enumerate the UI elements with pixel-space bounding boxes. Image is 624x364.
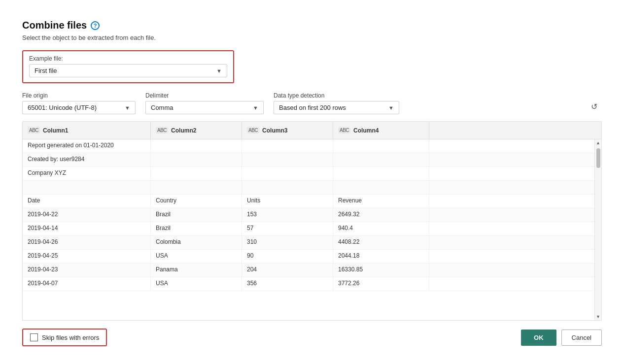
table-cell [242, 153, 333, 166]
table-cell [242, 181, 333, 194]
file-origin-arrow-icon: ▼ [125, 105, 130, 111]
datatype-label: Data type detection [274, 92, 399, 99]
scroll-thumb[interactable] [596, 148, 600, 168]
col2-name: Column2 [171, 127, 196, 134]
cancel-button[interactable]: Cancel [561, 330, 602, 346]
col1-name: Column1 [43, 127, 68, 134]
delimiter-group: Delimiter Comma ▼ [145, 92, 264, 114]
datatype-group: Data type detection Based on first 200 r… [274, 92, 399, 114]
skip-files-checkbox[interactable] [30, 333, 38, 341]
file-origin-group: File origin 65001: Unicode (UTF-8) ▼ [22, 92, 136, 114]
table-cell: 2019-04-25 [23, 250, 151, 263]
col-header-2: ABC Column2 [151, 122, 242, 139]
dialog-title: Combine files [22, 20, 87, 31]
table-cell: Brazil [151, 222, 242, 235]
scroll-up-button[interactable]: ▲ [595, 139, 602, 146]
scrollbar[interactable]: ▲ ▼ [594, 139, 601, 320]
table-cell: 3772.26 [333, 277, 429, 291]
table-row: 2019-04-07USA3563772.26 [23, 277, 601, 291]
ok-button[interactable]: OK [521, 330, 556, 346]
table-cell: Country [151, 195, 242, 208]
scroll-down-button[interactable]: ▼ [595, 313, 602, 320]
table-row: 2019-04-23Panama20416330.85 [23, 264, 601, 277]
file-origin-value: 65001: Unicode (UTF-8) [28, 104, 97, 111]
table-cell: 2019-04-07 [23, 277, 151, 291]
table-cell-empty [429, 277, 601, 291]
table-cell [333, 167, 429, 180]
table-cell: Company XYZ [23, 167, 151, 180]
delimiter-label: Delimiter [145, 92, 264, 99]
table-row: 2019-04-25USA902044.18 [23, 250, 601, 264]
table-cell-empty [429, 167, 601, 180]
col-header-empty [429, 122, 601, 139]
table-cell [151, 153, 242, 166]
skip-files-section: Skip files with errors [22, 329, 107, 346]
example-file-section: Example file: First file ▼ [22, 50, 234, 83]
table-row: DateCountryUnitsRevenue [23, 195, 601, 208]
col-header-1: ABC Column1 [23, 122, 151, 139]
table-row: Report generated on 01-01-2020 [23, 139, 601, 153]
delimiter-dropdown[interactable]: Comma ▼ [145, 101, 264, 114]
dialog-subtitle: Select the object to be extracted from e… [22, 34, 602, 41]
controls-row: File origin 65001: Unicode (UTF-8) ▼ Del… [22, 92, 602, 114]
col3-name: Column3 [262, 127, 287, 134]
file-origin-label: File origin [22, 92, 136, 99]
table-cell-empty [429, 208, 601, 222]
delimiter-arrow-icon: ▼ [253, 105, 258, 111]
table-cell-empty [429, 236, 601, 249]
col-header-4: ABC Column4 [333, 122, 429, 139]
table-cell: Panama [151, 264, 242, 277]
table-cell: 2044.18 [333, 250, 429, 263]
table-cell [151, 167, 242, 180]
table-cell: 90 [242, 250, 333, 263]
col3-type-icon: ABC [247, 127, 259, 133]
table-row: 2019-04-26Colombia3104408.22 [23, 236, 601, 250]
col1-type-icon: ABC [28, 127, 40, 133]
table-cell [333, 153, 429, 166]
table-cell: 2019-04-22 [23, 208, 151, 222]
table-cell: Created by: user9284 [23, 153, 151, 166]
table-cell-empty [429, 195, 601, 208]
datatype-arrow-icon: ▼ [388, 105, 394, 111]
table-body: Report generated on 01-01-2020Created by… [23, 139, 601, 320]
table-cell: 2019-04-23 [23, 264, 151, 277]
table-row: Created by: user9284 [23, 153, 601, 167]
table-header: ABC Column1 ABC Column2 ABC Column3 ABC … [23, 122, 601, 139]
table-row: 2019-04-22Brazil1532649.32 [23, 208, 601, 222]
table-cell: 204 [242, 264, 333, 277]
table-cell: 2019-04-14 [23, 222, 151, 235]
table-cell: 2019-04-26 [23, 236, 151, 249]
bottom-row: Skip files with errors OK Cancel [22, 329, 602, 346]
table-cell: 310 [242, 236, 333, 249]
col4-type-icon: ABC [338, 127, 350, 133]
table-cell [242, 139, 333, 153]
table-cell: 940.4 [333, 222, 429, 235]
table-cell [151, 181, 242, 194]
table-cell: 153 [242, 208, 333, 222]
table-cell: 4408.22 [333, 236, 429, 249]
buttons-row: OK Cancel [521, 330, 602, 346]
table-cell-empty [429, 139, 601, 153]
table-cell-empty [429, 264, 601, 277]
table-cell: Revenue [333, 195, 429, 208]
table-cell [151, 139, 242, 153]
title-row: Combine files ? [22, 20, 602, 31]
table-cell-empty [429, 153, 601, 166]
datatype-dropdown[interactable]: Based on first 200 rows ▼ [274, 101, 399, 114]
help-icon[interactable]: ? [91, 21, 100, 30]
table-row: 2019-04-14Brazil57940.4 [23, 222, 601, 236]
table-cell: 57 [242, 222, 333, 235]
table-cell: USA [151, 277, 242, 291]
table-row [23, 181, 601, 195]
example-file-label: Example file: [29, 55, 227, 62]
example-file-value: First file [35, 67, 57, 74]
refresh-button[interactable]: ↺ [586, 99, 602, 114]
table-cell: Colombia [151, 236, 242, 249]
file-origin-dropdown[interactable]: 65001: Unicode (UTF-8) ▼ [22, 101, 136, 114]
table-cell [23, 181, 151, 194]
table-cell [333, 139, 429, 153]
delimiter-value: Comma [151, 104, 173, 111]
col2-type-icon: ABC [156, 127, 168, 133]
example-file-dropdown[interactable]: First file ▼ [29, 64, 227, 77]
table-cell-empty [429, 250, 601, 263]
